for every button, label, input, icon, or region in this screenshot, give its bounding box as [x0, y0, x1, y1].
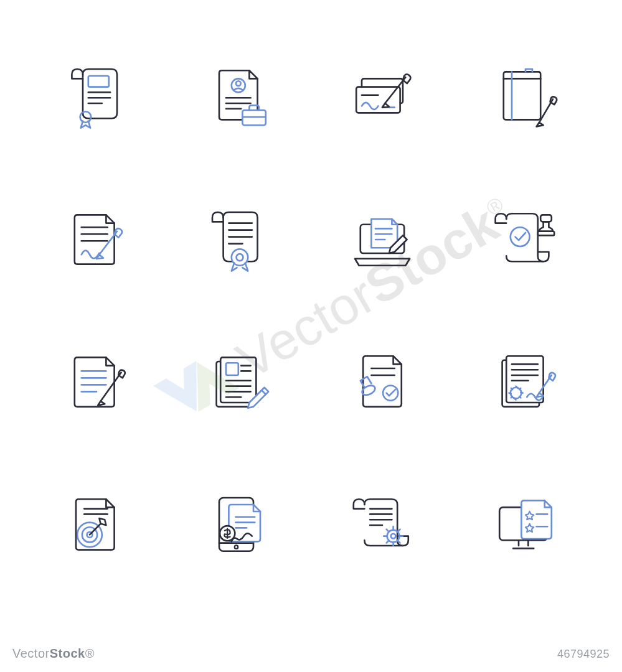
footer-brand-bold: Stock: [50, 646, 85, 660]
edit-note-icon: [37, 324, 156, 442]
document-stamp-check-icon: [324, 324, 442, 442]
monitor-rating-icon: [466, 466, 585, 584]
award-certificate-icon: [181, 180, 299, 299]
footer-brand: VectorStock®: [12, 646, 95, 661]
notebook-pen-icon: [466, 37, 585, 156]
svg-rect-33: [540, 215, 552, 222]
svg-point-51: [383, 386, 398, 401]
approved-stamp-scroll-icon: [466, 180, 585, 299]
scroll-gear-icon: [324, 466, 442, 584]
form-pencil-icon: [181, 324, 299, 442]
tablet-invoice-icon: [181, 466, 299, 584]
svg-rect-0: [88, 76, 109, 87]
svg-point-67: [234, 546, 238, 549]
target-document-icon: [37, 466, 156, 584]
laptop-edit-icon: [324, 180, 442, 299]
cheque-pen-icon: [324, 37, 442, 156]
signed-document-icon: [37, 180, 156, 299]
footer-brand-light: Vector: [12, 646, 50, 660]
svg-point-32: [511, 227, 530, 246]
svg-point-6: [236, 81, 241, 86]
footer-brand-suffix: ®: [85, 646, 95, 660]
svg-point-77: [391, 534, 396, 539]
certificate-scroll-icon: [37, 37, 156, 156]
footer: VectorStock® 46794925: [12, 646, 610, 661]
svg-rect-34: [538, 231, 554, 235]
resume-briefcase-icon: [181, 37, 299, 156]
contract-seal-sign-icon: [466, 324, 585, 442]
footer-image-id: 46794925: [557, 648, 610, 661]
icon-grid: [37, 37, 585, 584]
svg-rect-13: [357, 86, 400, 113]
